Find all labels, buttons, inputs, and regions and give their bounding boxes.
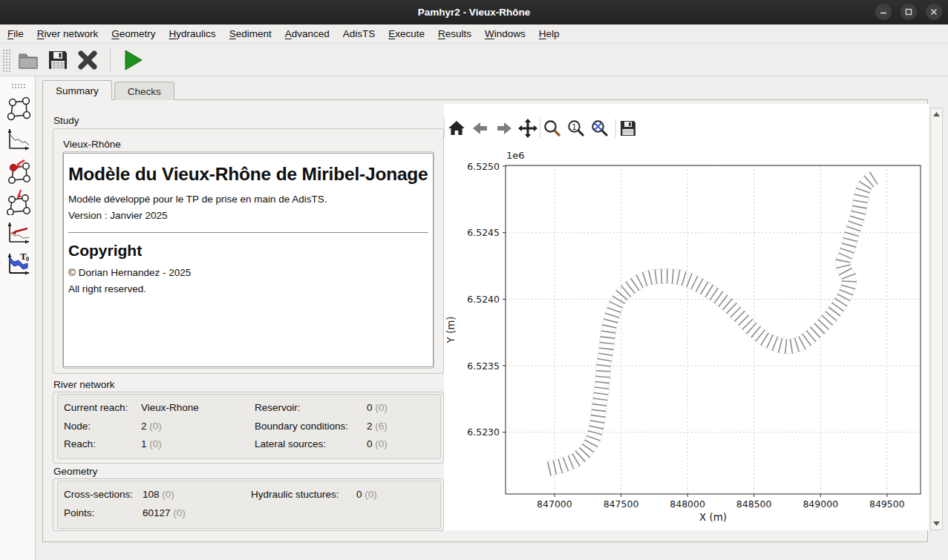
svg-text:847500: 847500 xyxy=(604,498,639,510)
svg-text:1e6: 1e6 xyxy=(506,150,525,161)
stat-label: Lateral sources: xyxy=(255,435,367,454)
save-floppy-icon[interactable] xyxy=(46,48,70,72)
window-controls xyxy=(875,4,942,20)
stat-label xyxy=(251,504,356,523)
river-network-icon[interactable] xyxy=(3,93,33,123)
tab-summary[interactable]: Summary xyxy=(42,80,112,100)
menu-file[interactable]: File xyxy=(1,24,30,44)
tab-checks[interactable]: Checks xyxy=(114,82,174,100)
svg-text:849000: 849000 xyxy=(802,498,838,510)
svg-text:0: 0 xyxy=(26,256,29,263)
scroll-down-icon[interactable] xyxy=(931,518,942,529)
open-folder-icon[interactable] xyxy=(16,48,40,72)
cross-section-profile-icon[interactable] xyxy=(3,125,33,154)
stat-value xyxy=(356,504,440,523)
svg-text:1: 1 xyxy=(572,123,576,131)
stat-label: Node: xyxy=(64,418,141,436)
menu-help[interactable]: Help xyxy=(532,24,566,44)
menu-adists[interactable]: AdisTS xyxy=(336,24,382,44)
study-name-label: Vieux-Rhône xyxy=(63,139,121,150)
menu-advanced[interactable]: Advanced xyxy=(278,24,336,44)
left-toolbar-drag-handle[interactable] xyxy=(10,82,27,89)
study-line2: Version : Janvier 2025 xyxy=(68,210,428,221)
stat-value: 108 (0) xyxy=(143,486,251,504)
svg-text:848500: 848500 xyxy=(736,498,772,510)
svg-text:6.5230: 6.5230 xyxy=(467,426,500,438)
svg-text:848000: 848000 xyxy=(670,498,705,510)
menu-execute[interactable]: Execute xyxy=(382,24,431,44)
toolbar-separator xyxy=(110,49,111,71)
menu-river-network[interactable]: River network xyxy=(30,24,105,44)
stat-label: Points: xyxy=(64,504,143,523)
stat-label: Hydraulic stuctures: xyxy=(251,486,356,504)
menu-results[interactable]: Results xyxy=(431,24,478,44)
left-toolbar: T 0 xyxy=(0,76,36,560)
zoom-fit-icon[interactable] xyxy=(590,119,609,138)
river-network-stats: Current reach: Vieux-Rhone Reservoir: 0 … xyxy=(57,394,441,459)
stat-value: 0 (0) xyxy=(367,399,440,418)
zoom-original-icon[interactable]: 1 xyxy=(566,119,586,138)
stat-value: 2 (0) xyxy=(141,418,255,436)
run-solver-icon[interactable] xyxy=(121,48,145,72)
plot-toolbar: 1 xyxy=(444,117,640,139)
stat-label: Current reach: xyxy=(64,399,141,418)
menu-geometry[interactable]: Geometry xyxy=(105,24,162,44)
svg-text:847000: 847000 xyxy=(537,498,572,510)
stat-value: 1 (0) xyxy=(141,435,255,454)
study-description[interactable]: Modèle du Vieux-Rhône de Miribel-Jonage … xyxy=(63,153,434,367)
geometry-stats: Cross-sections: 108 (0) Hydraulic stuctu… xyxy=(57,481,441,529)
svg-text:6.5240: 6.5240 xyxy=(467,294,500,305)
stat-label: Reservoir: xyxy=(255,399,367,418)
initial-conditions-icon[interactable] xyxy=(3,218,33,248)
close-study-icon[interactable] xyxy=(76,48,99,72)
menu-hydraulics[interactable]: Hydraulics xyxy=(163,24,223,44)
copyright-line2: All right reserved. xyxy=(68,283,428,294)
stat-value: 2 (6) xyxy=(367,418,440,436)
study-title: Modèle du Vieux-Rhône de Miribel-Jonage xyxy=(68,162,428,186)
home-icon[interactable] xyxy=(447,119,466,138)
svg-text:6.5245: 6.5245 xyxy=(467,227,500,238)
maximize-icon[interactable] xyxy=(900,4,917,20)
stat-label: Reach: xyxy=(64,435,141,454)
boundary-conditions-icon[interactable] xyxy=(3,156,33,185)
adists-t0-icon[interactable]: T 0 xyxy=(3,249,33,279)
menu-sediment[interactable]: Sediment xyxy=(223,24,278,44)
svg-text:X (m): X (m) xyxy=(699,511,727,523)
minimize-icon[interactable] xyxy=(875,4,892,20)
study-group-label: Study xyxy=(53,115,79,126)
svg-text:Y (m): Y (m) xyxy=(445,316,457,343)
lateral-contribution-icon[interactable] xyxy=(3,187,33,217)
menubar: File River network Geometry Hydraulics S… xyxy=(0,24,948,44)
back-icon[interactable] xyxy=(471,119,490,138)
scroll-up-icon[interactable] xyxy=(931,109,942,119)
river-network-plot-panel: 1 8470008475008480008485008490008495006. xyxy=(444,104,929,530)
stat-value: 0 (0) xyxy=(356,486,440,504)
tabbar: Summary Checks xyxy=(42,80,174,100)
titlebar[interactable]: Pamhyr2 - Vieux-Rhône xyxy=(0,0,948,24)
zoom-rect-icon[interactable] xyxy=(543,119,562,138)
pan-icon[interactable] xyxy=(518,119,537,138)
forward-icon[interactable] xyxy=(494,119,514,138)
copyright-heading: Copyright xyxy=(68,242,428,260)
menu-windows[interactable]: Windows xyxy=(478,24,532,44)
toolbar-drag-handle[interactable] xyxy=(1,48,10,72)
divider xyxy=(68,232,428,233)
svg-text:6.5250: 6.5250 xyxy=(467,161,500,172)
river-network-figure[interactable]: 8470008475008480008485008490008495006.52… xyxy=(444,139,929,530)
copyright-line1: © Dorian Hernandez - 2025 xyxy=(68,267,428,278)
svg-text:849500: 849500 xyxy=(869,498,905,510)
save-figure-icon[interactable] xyxy=(618,119,638,138)
close-icon[interactable] xyxy=(926,4,942,20)
stat-value: 0 (0) xyxy=(367,435,440,454)
study-line1: Modèle développé pour le TP de prise en … xyxy=(68,194,428,205)
stat-label: Cross-sections: xyxy=(64,486,143,504)
river-network-group-label: River network xyxy=(53,379,115,390)
stat-value: Vieux-Rhone xyxy=(141,399,255,418)
svg-text:6.5235: 6.5235 xyxy=(467,360,500,372)
window-title: Pamhyr2 - Vieux-Rhône xyxy=(418,7,530,18)
main-toolbar xyxy=(0,44,948,76)
stat-label: Boundary conditions: xyxy=(255,418,367,436)
geometry-group-label: Geometry xyxy=(53,466,97,477)
vertical-scrollbar[interactable] xyxy=(930,108,943,530)
stat-value: 60127 (0) xyxy=(143,504,251,523)
